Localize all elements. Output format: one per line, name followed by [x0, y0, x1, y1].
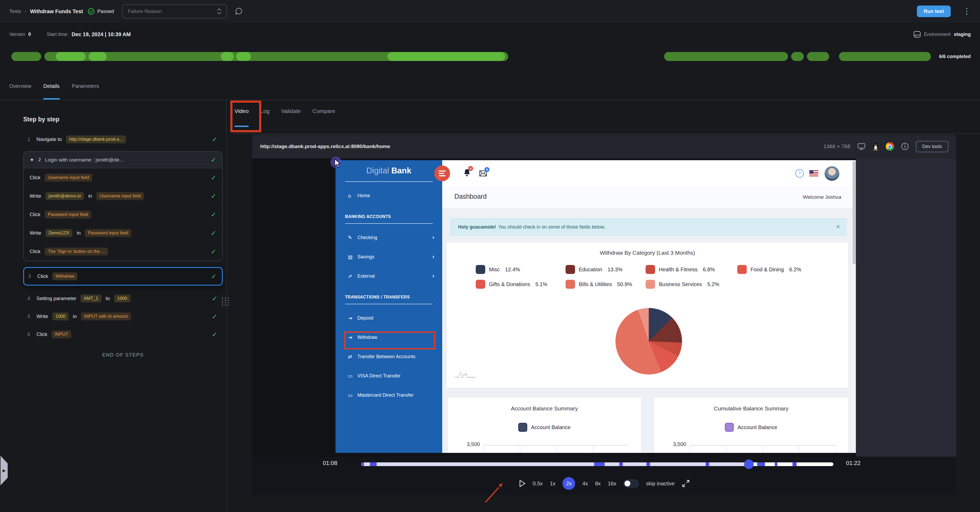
fullscreen-icon[interactable]: [682, 480, 690, 487]
video-frame-area[interactable]: Digital Bank ⌂HomeBANKING ACCOUNTS✎Check…: [252, 159, 956, 457]
sidebar-divider: [345, 304, 433, 304]
timeline-marker[interactable]: [362, 462, 364, 466]
timeline-marker[interactable]: [594, 462, 605, 466]
step-number: 3: [26, 274, 33, 279]
progress-segment-bright: [89, 52, 107, 61]
kebab-menu-icon[interactable]: ⋮: [963, 7, 971, 15]
legend-label: Health & Fitness: [659, 266, 698, 273]
step-text: in: [76, 230, 81, 236]
comment-button[interactable]: [235, 7, 243, 16]
step-row[interactable]: ClickPassword input field✓: [24, 205, 222, 224]
timeline-marker[interactable]: [792, 462, 797, 466]
step-success-check-icon: ✓: [212, 295, 217, 303]
step-row[interactable]: 6ClickINPUT✓: [23, 327, 223, 341]
legend-value: 50.9%: [617, 281, 632, 287]
annotation-box-withdraw: [344, 331, 435, 349]
bell-badge: 0: [468, 166, 473, 171]
play-button[interactable]: [519, 480, 526, 487]
status-badge: Passed: [97, 8, 114, 14]
sidebar-item-transfer-between-accounts[interactable]: ⇄Transfer Between Accounts: [336, 351, 442, 362]
step-text: Write: [30, 193, 41, 199]
info-icon[interactable]: [901, 143, 909, 151]
passed-check-icon: [88, 8, 95, 15]
sidebar-item-external[interactable]: ⇗External›: [336, 271, 442, 282]
step-row[interactable]: Writejsmith@demo.ioinUsername input fiel…: [24, 187, 222, 205]
step-success-check-icon: ✓: [211, 211, 216, 219]
legend-item: Misc12.4%: [476, 265, 566, 274]
step-row[interactable]: 1Navigate tohttp://stage.dbank.prod-a...…: [23, 132, 223, 146]
step-row[interactable]: ClickThe 'Sign in' button on the ...✓: [24, 242, 222, 261]
progress-segment: [807, 52, 829, 61]
timeline-marker[interactable]: [646, 462, 650, 466]
progress-segment-bright: [236, 52, 251, 61]
panel-resize-handle[interactable]: [222, 298, 228, 306]
progress-row: 6/6 completed: [9, 52, 971, 61]
breadcrumb-separator: ›: [25, 8, 26, 14]
step-row[interactable]: WriteDemo123!inPassword input field✓: [24, 224, 222, 242]
progress-segment: [791, 52, 804, 61]
legend-swatch: [737, 265, 747, 274]
timeline-track[interactable]: [361, 462, 834, 466]
start-time-label: Start time:: [47, 32, 68, 37]
step-row[interactable]: 3ClickWithdraw✓: [23, 267, 223, 285]
alert-close-icon[interactable]: ×: [836, 223, 840, 230]
step-badge: Demo123!: [45, 229, 72, 237]
tab-overview[interactable]: Overview: [9, 83, 31, 100]
step-badge: 1000: [52, 312, 69, 320]
sidebar-item-home[interactable]: ⌂Home: [336, 190, 442, 201]
step-number: 6: [25, 332, 32, 337]
speed-4x[interactable]: 4x: [582, 480, 588, 487]
chart-grid: [690, 445, 836, 453]
timeline-marker[interactable]: [775, 462, 777, 466]
group-step-header[interactable]: ✦2Login with username : jsmith@de...✓: [24, 152, 222, 168]
avatar[interactable]: [824, 166, 840, 181]
legend-item: Health & Fitness6.8%: [646, 265, 737, 274]
legend-value: 6.8%: [703, 266, 715, 273]
group-step-title: Login with username : jsmith@de...: [45, 157, 124, 163]
speed-16x[interactable]: 16x: [608, 480, 616, 487]
video-tab-log[interactable]: Log: [260, 108, 269, 127]
recorded-cursor: [331, 157, 346, 173]
help-icon[interactable]: ?: [795, 169, 804, 178]
speed-0.5x[interactable]: 0.5x: [533, 480, 543, 487]
pie-chart-title: Withdraw By Category (Last 3 Months): [447, 250, 848, 256]
legend-value: 13.3%: [608, 266, 623, 273]
dev-tools-button[interactable]: Dev tools: [916, 141, 948, 152]
skip-inactive-toggle[interactable]: [624, 480, 639, 487]
step-row[interactable]: ClickUsername input field✓: [24, 168, 222, 187]
select-chevrons-icon: [217, 8, 221, 15]
tab-details[interactable]: Details: [43, 83, 59, 100]
timeline-marker[interactable]: [706, 462, 709, 466]
sidebar-item-label: External: [357, 273, 375, 279]
speed-8x[interactable]: 8x: [595, 480, 601, 487]
monitor-icon: [857, 143, 865, 150]
speed-2x[interactable]: 2x: [563, 477, 575, 490]
sidebar-item-checking[interactable]: ✎Checking›: [336, 232, 442, 243]
timeline-marker[interactable]: [619, 462, 623, 466]
breadcrumb-tests[interactable]: Tests: [9, 8, 21, 14]
language-flag-icon[interactable]: [809, 170, 818, 176]
run-test-button[interactable]: Run test: [917, 6, 951, 17]
progress-segment-bright: [388, 52, 505, 61]
video-tab-compare[interactable]: Compare: [312, 108, 335, 127]
step-row[interactable]: 5Write1000inINPUT with id amount✓: [23, 309, 223, 323]
sidebar-item-deposit[interactable]: ⇥Deposit: [336, 312, 442, 323]
step-text: Click: [30, 249, 40, 254]
scrollbar-thumb[interactable]: [853, 161, 856, 264]
timeline-marker[interactable]: [370, 462, 377, 466]
playhead[interactable]: [744, 460, 754, 469]
tab-parameters[interactable]: Parameters: [72, 83, 99, 100]
video-tab-validate[interactable]: Validate: [281, 108, 301, 127]
progress-segment: [664, 52, 788, 61]
timeline-marker[interactable]: [757, 462, 765, 466]
app-scrollbar[interactable]: [853, 160, 856, 453]
hamburger-menu-button[interactable]: [434, 165, 450, 181]
sidebar-item-visa-direct-transfer[interactable]: ▭VISA Direct Transfer: [336, 370, 442, 381]
sidebar-item-savings[interactable]: ▤Savings›: [336, 251, 442, 262]
progress-segment: [839, 52, 931, 61]
sidebar-item-mastercard-direct-transfer[interactable]: ▭Mastercard Direct Transfer: [336, 390, 442, 401]
failure-reason-select[interactable]: Failure Reason: [122, 4, 227, 19]
speed-1x[interactable]: 1x: [550, 480, 555, 487]
step-row[interactable]: 4Setting parameterAMT_1to1000✓: [23, 292, 223, 306]
nav-section-label: TRANSACTIONS / TRANSFERS: [345, 295, 433, 300]
